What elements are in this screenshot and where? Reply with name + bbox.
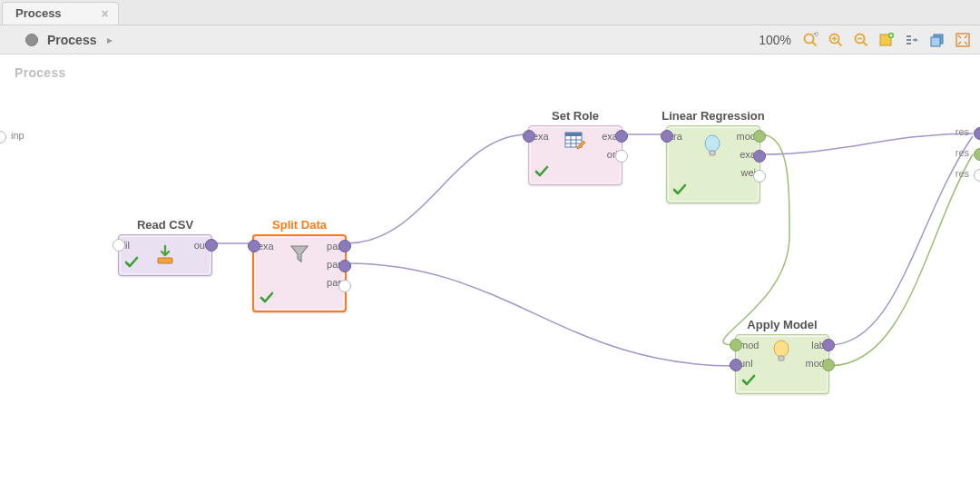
- input-port[interactable]: [730, 359, 742, 371]
- svg-line-1: [812, 42, 817, 46]
- svg-point-22: [705, 135, 720, 152]
- svg-rect-13: [931, 37, 940, 46]
- tab-label: Process: [15, 6, 62, 20]
- output-port[interactable]: [338, 240, 351, 252]
- check-icon: [534, 165, 549, 181]
- output-port[interactable]: [753, 130, 766, 143]
- operator-linear-regression[interactable]: tra mod exa wei: [666, 125, 760, 203]
- auto-arrange-icon[interactable]: [904, 32, 920, 48]
- canvas-title: Process: [15, 65, 66, 80]
- process-output-port-3[interactable]: [974, 169, 980, 182]
- breadcrumb[interactable]: Process ▸: [25, 33, 113, 47]
- svg-rect-15: [158, 258, 172, 263]
- input-port[interactable]: [523, 130, 535, 143]
- process-output-port-1[interactable]: [974, 127, 980, 140]
- bulb-icon: [770, 340, 794, 363]
- check-icon: [741, 374, 756, 390]
- output-port[interactable]: [615, 130, 628, 143]
- tab-strip: Process ×: [0, 0, 980, 25]
- zoom-level: 100%: [759, 33, 791, 47]
- svg-point-24: [774, 341, 789, 357]
- svg-line-4: [838, 42, 842, 46]
- svg-rect-23: [710, 151, 715, 155]
- breadcrumb-bar: Process ▸ 100% ⟲: [0, 25, 980, 54]
- tab-process[interactable]: Process ×: [2, 2, 119, 25]
- check-icon: [672, 183, 687, 199]
- output-port[interactable]: [338, 260, 351, 272]
- output-port[interactable]: [615, 150, 628, 163]
- input-port[interactable]: [661, 130, 673, 143]
- input-port[interactable]: [248, 240, 260, 252]
- process-output-port-2[interactable]: [974, 148, 980, 161]
- output-port[interactable]: [338, 280, 351, 292]
- breadcrumb-label: Process: [47, 33, 96, 47]
- add-note-icon[interactable]: [878, 32, 895, 48]
- operator-label-set-role: Set Role: [528, 109, 622, 123]
- operator-label-apply-model: Apply Model: [735, 318, 829, 331]
- operator-label-split-data: Split Data: [252, 218, 347, 232]
- check-icon: [260, 291, 274, 307]
- output-port[interactable]: [822, 339, 835, 351]
- svg-rect-17: [565, 133, 582, 136]
- chevron-right-icon: ▸: [107, 34, 113, 46]
- operator-set-role[interactable]: exa exa ori: [528, 125, 622, 185]
- operator-split-data[interactable]: exa par par par: [252, 234, 347, 312]
- download-icon: [153, 243, 177, 267]
- funnel-icon: [288, 242, 311, 266]
- input-port[interactable]: [730, 339, 742, 351]
- operator-apply-model[interactable]: mod unl lab mod: [735, 334, 829, 394]
- layers-icon[interactable]: [929, 32, 946, 48]
- process-input-port[interactable]: [0, 131, 6, 143]
- process-input-label: inp: [11, 130, 24, 141]
- close-icon[interactable]: ×: [102, 7, 109, 20]
- fit-to-screen-icon[interactable]: [955, 32, 971, 48]
- zoom-in-icon[interactable]: [828, 32, 844, 48]
- process-dot-icon: [25, 34, 38, 46]
- process-output-label-1: res: [956, 126, 969, 137]
- operator-read-csv[interactable]: fil out: [118, 234, 212, 276]
- process-output-label-2: res: [956, 147, 969, 158]
- zoom-out-icon[interactable]: [853, 32, 869, 48]
- table-edit-icon: [564, 130, 587, 153]
- operator-label-read-csv: Read CSV: [118, 218, 212, 232]
- process-output-label-3: res: [956, 168, 969, 179]
- zoom-reset-icon[interactable]: ⟲: [802, 32, 818, 48]
- output-port[interactable]: [205, 239, 218, 252]
- svg-line-8: [863, 42, 867, 46]
- process-canvas[interactable]: Process inp res res res Read CSV fil out: [0, 54, 980, 484]
- port-label: mod: [740, 340, 759, 351]
- svg-rect-25: [779, 356, 784, 361]
- output-port[interactable]: [753, 170, 766, 183]
- output-port[interactable]: [753, 150, 766, 163]
- bulb-icon: [701, 134, 725, 158]
- operator-label-linear-regression: Linear Regression: [650, 109, 777, 123]
- check-icon: [124, 256, 139, 272]
- input-port[interactable]: [113, 239, 125, 252]
- toolbar: 100% ⟲: [759, 32, 971, 48]
- svg-text:⟲: ⟲: [813, 32, 818, 37]
- output-port[interactable]: [822, 359, 835, 371]
